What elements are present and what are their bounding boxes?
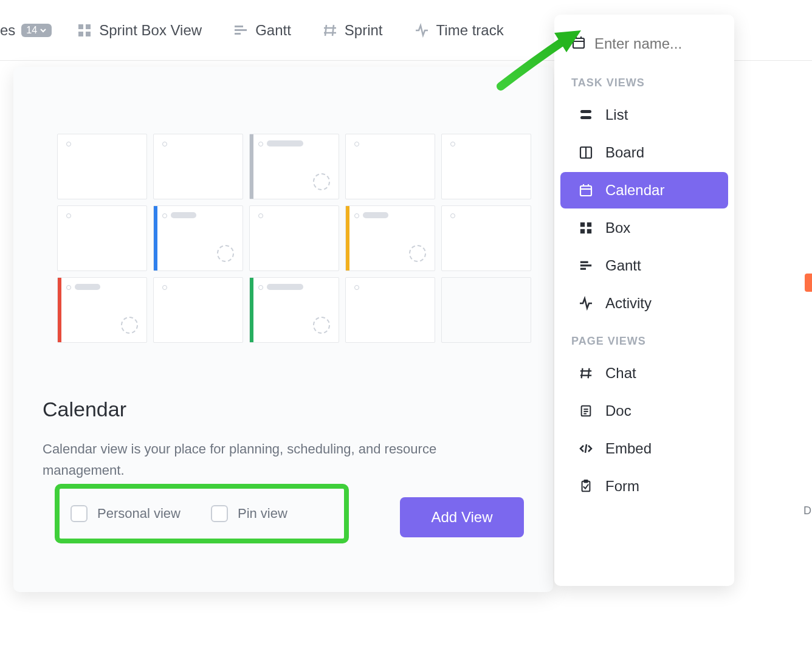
svg-rect-15	[580, 110, 591, 113]
svg-rect-24	[587, 222, 591, 227]
section-label-page-views: PAGE VIEWS	[554, 323, 734, 354]
view-option-label: List	[605, 106, 628, 123]
preview-cell	[153, 134, 243, 199]
svg-line-30	[582, 368, 583, 379]
svg-rect-29	[580, 268, 586, 270]
tab-sprint[interactable]: Sprint	[317, 22, 389, 39]
preview-cell	[345, 134, 435, 199]
gantt-icon	[233, 23, 248, 38]
edge-text-clip: D	[803, 505, 812, 519]
preview-cell	[441, 205, 531, 271]
embed-icon	[577, 440, 594, 457]
activity-icon	[415, 23, 429, 38]
svg-rect-40	[584, 480, 588, 483]
view-option-activity[interactable]: Activity	[560, 285, 728, 322]
tab-sprint-box-view[interactable]: Sprint Box View	[71, 22, 208, 39]
preview-cell	[153, 277, 243, 343]
box-grid-icon	[577, 219, 594, 236]
tab-label: Sprint	[345, 22, 383, 39]
view-option-label: Embed	[605, 440, 652, 457]
hash-icon	[323, 23, 337, 38]
view-option-label: Gantt	[605, 257, 641, 274]
preview-cell	[249, 277, 339, 343]
preview-cell	[441, 277, 531, 343]
view-name-input[interactable]	[594, 35, 704, 52]
calendar-preview-grid	[57, 134, 524, 343]
view-option-label: Board	[605, 144, 644, 161]
view-option-form[interactable]: Form	[560, 468, 728, 505]
svg-rect-2	[78, 32, 83, 36]
view-picker-panel: TASK VIEWS List Board Calendar Box Gantt	[554, 15, 734, 586]
view-option-list[interactable]: List	[560, 97, 728, 133]
svg-rect-0	[78, 24, 83, 29]
gantt-icon	[577, 257, 594, 274]
tab-partial-first[interactable]: es 14	[0, 22, 52, 39]
svg-rect-11	[573, 38, 584, 48]
section-label-task-views: TASK VIEWS	[554, 64, 734, 95]
preview-cell	[249, 205, 339, 271]
form-icon	[577, 478, 594, 495]
view-preview-card: Calendar Calendar view is your place for…	[13, 67, 553, 592]
preview-cell	[57, 277, 147, 343]
card-title: Calendar	[43, 398, 524, 421]
add-view-button[interactable]: Add View	[400, 497, 524, 537]
tab-label: Time track	[436, 22, 504, 39]
edge-indicator	[805, 274, 812, 292]
svg-rect-5	[235, 29, 247, 31]
calendar-icon	[577, 182, 594, 199]
tab-label: es	[0, 22, 15, 39]
view-option-box[interactable]: Box	[560, 210, 728, 246]
checkbox-label: Pin view	[238, 506, 287, 522]
pin-view-checkbox[interactable]: Pin view	[211, 505, 287, 522]
svg-rect-3	[86, 32, 91, 36]
preview-cell	[249, 134, 339, 199]
view-option-label: Chat	[605, 365, 636, 382]
svg-rect-28	[580, 264, 591, 266]
svg-rect-4	[235, 26, 243, 27]
view-option-label: Doc	[605, 402, 631, 419]
checkbox-label: Personal view	[97, 506, 181, 522]
checkbox-icon	[71, 505, 88, 522]
checkbox-icon	[211, 505, 228, 522]
tab-gantt[interactable]: Gantt	[227, 22, 297, 39]
view-option-gantt[interactable]: Gantt	[560, 247, 728, 284]
svg-rect-25	[580, 229, 585, 233]
view-option-label: Calendar	[605, 182, 664, 199]
view-option-doc[interactable]: Doc	[560, 393, 728, 429]
annotation-highlight-box: Personal view Pin view	[55, 484, 349, 543]
svg-line-31	[588, 368, 590, 379]
view-option-board[interactable]: Board	[560, 134, 728, 171]
view-option-chat[interactable]: Chat	[560, 355, 728, 391]
preview-cell	[441, 134, 531, 199]
svg-rect-27	[580, 261, 588, 263]
box-grid-icon	[77, 23, 92, 38]
hash-icon	[577, 365, 594, 382]
card-description: Calendar view is your place for planning…	[43, 438, 456, 481]
chevron-down-icon	[40, 27, 47, 34]
svg-line-7	[325, 25, 326, 36]
tab-label: Gantt	[255, 22, 291, 39]
preview-cell	[153, 205, 243, 271]
board-icon	[577, 144, 594, 161]
list-icon	[577, 106, 594, 123]
doc-icon	[577, 402, 594, 419]
tab-time-tracked[interactable]: Time track	[408, 22, 510, 39]
activity-icon	[577, 295, 594, 312]
svg-rect-6	[235, 33, 241, 35]
tab-label: Sprint Box View	[99, 22, 202, 39]
calendar-icon	[571, 35, 586, 52]
personal-view-checkbox[interactable]: Personal view	[71, 505, 181, 522]
svg-rect-1	[86, 24, 91, 29]
view-option-embed[interactable]: Embed	[560, 430, 728, 467]
view-option-calendar[interactable]: Calendar	[560, 172, 728, 208]
preview-cell	[345, 277, 435, 343]
svg-rect-16	[580, 116, 591, 119]
svg-rect-19	[580, 186, 591, 196]
svg-rect-26	[587, 229, 591, 233]
svg-line-8	[332, 25, 334, 36]
svg-line-38	[585, 444, 587, 453]
count-badge: 14	[21, 24, 52, 37]
svg-rect-23	[580, 222, 585, 227]
view-option-label: Form	[605, 478, 639, 495]
view-name-input-row	[554, 29, 734, 64]
